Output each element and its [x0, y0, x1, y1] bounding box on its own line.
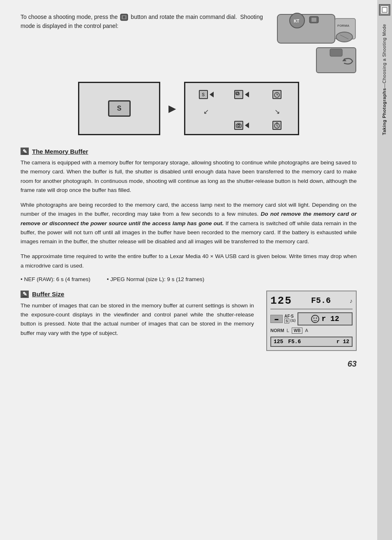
- memory-buffer-para1: The camera is equipped with a memory buf…: [21, 158, 357, 195]
- lcd-bottom-shutter: 125: [274, 339, 283, 345]
- memory-buffer-section: ✎ The Memory Buffer The camera is equipp…: [21, 148, 357, 282]
- lcd-aperture: F5.6: [311, 296, 331, 305]
- lcd-bottom-right: r 12: [337, 339, 349, 345]
- lcd-mode-s: S: [284, 318, 289, 323]
- lcd-top-row: 125 F5.6 ♪: [270, 295, 353, 309]
- lcd-screen-diagram: S: [78, 82, 160, 135]
- mode-diagram-section: S ▶ S: [21, 82, 357, 135]
- bullet-nef: • NEF (RAW): 6 s (4 frames): [21, 276, 90, 282]
- lcd-shutter-speed: 125: [270, 295, 292, 307]
- s-mode-symbol: S: [117, 105, 122, 112]
- note-icon-2: ✎: [21, 291, 29, 298]
- lcd-bottom-left: 125 F5.6: [274, 339, 301, 345]
- cpd-diag1: ↙: [203, 108, 209, 115]
- camera-lcd-display: 125 F5.6 ♪ ▬ AF·S S ⟨S⟩: [266, 291, 357, 351]
- lcd-bottom-bar: 125 F5.6 r 12: [270, 337, 353, 347]
- sidebar-icon: [379, 4, 390, 16]
- cpd-s-icon: S: [199, 90, 208, 99]
- cpd-cam-icon: [234, 121, 243, 130]
- svg-line-27: [277, 126, 278, 127]
- svg-point-30: [314, 317, 315, 318]
- svg-point-29: [311, 315, 319, 323]
- svg-rect-18: [236, 92, 239, 95]
- camera-back-view-svg: [316, 47, 357, 74]
- sidebar-label: Taking Photographs—Choosing a Shooting M…: [381, 24, 387, 135]
- buffer-size-heading: ✎ Buffer Size: [21, 291, 254, 298]
- cpd-multi: [234, 90, 243, 99]
- lcd-af-text: AF·S: [284, 314, 296, 318]
- intro-text: To choose a shooting mode, press the but…: [21, 12, 277, 31]
- memory-buffer-para2: While photographs are being recorded to …: [21, 201, 357, 246]
- lcd-wb-box: WB: [292, 328, 303, 334]
- cpd-diag2: ↘: [274, 108, 280, 115]
- main-content: To choose a shooting mode, press the but…: [0, 0, 377, 540]
- top-camera-images: KT FORMA: [277, 12, 357, 74]
- lcd-s-bracket: ⟨S⟩: [290, 318, 296, 323]
- cpd-tri3: [245, 122, 249, 128]
- svg-rect-28: [276, 122, 278, 123]
- lcd-norm: NORM: [270, 328, 284, 333]
- svg-rect-1: [383, 8, 387, 12]
- cpd-tri1: [210, 92, 214, 97]
- lcd-s-mode-icon: S: [108, 100, 131, 117]
- lcd-middle-area: ▬ AF·S S ⟨S⟩ r 12: [270, 311, 353, 327]
- cpd-timer2-item: [272, 121, 281, 130]
- buffer-size-section: ✎ Buffer Size The number of images that …: [21, 291, 357, 351]
- lcd-battery-icon: ▬: [270, 315, 283, 323]
- lcd-bottom-labels: NORM L WB A: [270, 327, 353, 335]
- memory-buffer-heading: ✎ The Memory Buffer: [21, 148, 357, 155]
- buffer-size-para: The number of images that can be stored …: [21, 301, 254, 338]
- svg-point-23: [238, 125, 240, 127]
- page-number: 63: [21, 359, 357, 369]
- lcd-music-note: ♪: [350, 298, 353, 304]
- svg-rect-15: [330, 49, 342, 56]
- note-icon: ✎: [21, 148, 29, 155]
- svg-text:FORMA: FORMA: [337, 24, 350, 28]
- cpd-timer2-icon: [272, 121, 281, 130]
- lcd-bottom-aperture: F5.6: [288, 339, 301, 345]
- cpd-row2: [234, 121, 249, 130]
- svg-point-31: [316, 317, 317, 318]
- lcd-main-display: r 12: [297, 312, 353, 325]
- lcd-frames-val: r 12: [321, 315, 339, 323]
- lcd-a-label: A: [305, 328, 308, 333]
- arrow-pointer: ▶: [168, 103, 176, 114]
- lcd-af-subrow: S ⟨S⟩: [284, 318, 296, 323]
- top-section: To choose a shooting mode, press the but…: [21, 12, 357, 74]
- svg-rect-5: [277, 14, 335, 43]
- svg-text:KT: KT: [294, 19, 299, 23]
- cpd-multi-icon: [234, 90, 249, 99]
- svg-rect-4: [123, 16, 125, 18]
- cpd-tri2: [245, 92, 249, 97]
- lcd-af-mode: AF·S S ⟨S⟩: [284, 314, 296, 323]
- lcd-l-label: L: [287, 328, 289, 333]
- buffer-size-heading-text: Buffer Size: [32, 291, 64, 298]
- cpd-timer-item: [272, 90, 281, 99]
- cpd-s-item: S: [199, 90, 214, 99]
- memory-buffer-para3: The approximate time required to write t…: [21, 252, 357, 270]
- intro-paragraph: To choose a shooting mode, press the but…: [21, 14, 263, 29]
- bullet-jpeg: • JPEG Normal (size L): 9 s (12 frames): [107, 276, 204, 282]
- control-panel-display: S: [184, 82, 299, 135]
- bullet-list: • NEF (RAW): 6 s (4 frames) • JPEG Norma…: [21, 276, 357, 282]
- svg-rect-10: [311, 18, 316, 22]
- lcd-face-icon: [311, 314, 320, 323]
- camera-top-view-svg: KT FORMA: [277, 12, 357, 45]
- svg-rect-17: [235, 92, 238, 94]
- cpd-timer-icon: [272, 90, 281, 99]
- buffer-size-text-content: ✎ Buffer Size The number of images that …: [21, 291, 254, 344]
- sidebar-tab: Taking Photographs—Choosing a Shooting M…: [377, 0, 392, 540]
